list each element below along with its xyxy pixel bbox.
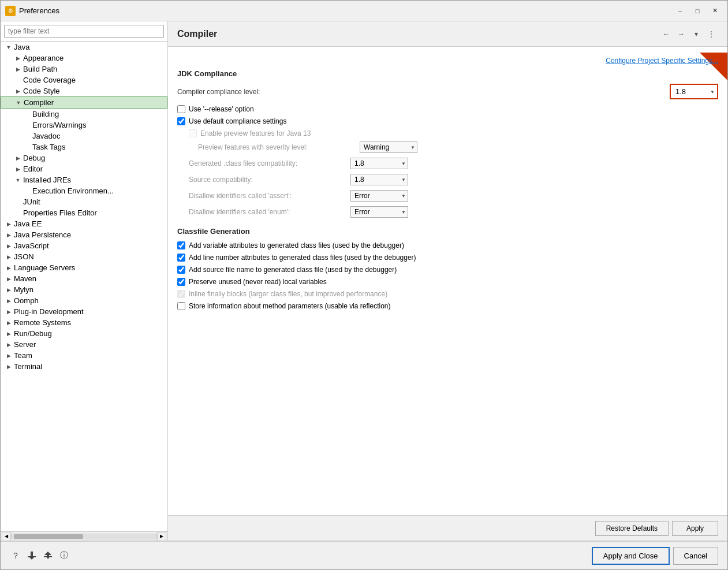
export-icon[interactable] bbox=[26, 550, 38, 561]
add-variable-checkbox[interactable] bbox=[177, 241, 185, 249]
sidebar-item-team[interactable]: Team bbox=[1, 350, 167, 361]
panel-footer: Restore Defaults Apply bbox=[168, 515, 727, 541]
left-panel: Java Appearance Build Path Code Coverage bbox=[1, 21, 168, 541]
sidebar-item-json[interactable]: JSON bbox=[1, 251, 167, 262]
sidebar-item-java[interactable]: Java bbox=[1, 42, 167, 53]
store-info-checkbox[interactable] bbox=[177, 302, 185, 310]
forward-button[interactable]: → bbox=[674, 27, 688, 41]
use-release-label: Use '--release' option bbox=[189, 105, 254, 113]
title-controls: – □ ✕ bbox=[672, 5, 723, 17]
sidebar-item-junit[interactable]: JUnit bbox=[1, 196, 167, 207]
generated-class-label: Generated .class files compatibility: bbox=[189, 159, 350, 167]
sidebar-item-javascript[interactable]: JavaScript bbox=[1, 240, 167, 251]
sidebar-item-editor[interactable]: Editor bbox=[1, 163, 167, 174]
h-scroll-track[interactable] bbox=[11, 534, 157, 539]
sidebar-item-javadoc[interactable]: Javadoc bbox=[1, 131, 167, 141]
sidebar-item-java-ee[interactable]: Java EE bbox=[1, 218, 167, 229]
more-button[interactable]: ⋮ bbox=[704, 27, 718, 41]
json-expand-arrow bbox=[5, 254, 12, 260]
back-button[interactable]: ← bbox=[659, 27, 673, 41]
sidebar-item-label: Compiler bbox=[24, 98, 54, 107]
sidebar-item-build-path[interactable]: Build Path bbox=[1, 64, 167, 74]
sidebar-item-run-debug[interactable]: Run/Debug bbox=[1, 328, 167, 339]
sidebar-item-code-style[interactable]: Code Style bbox=[1, 85, 167, 96]
editor-expand-arrow bbox=[14, 166, 21, 173]
sidebar-item-oomph[interactable]: Oomph bbox=[1, 295, 167, 306]
sidebar-item-language-servers[interactable]: Language Servers bbox=[1, 262, 167, 273]
preserve-unused-checkbox[interactable] bbox=[177, 278, 185, 286]
sidebar-item-label: Java Persistence bbox=[14, 230, 71, 239]
inline-finally-checkbox[interactable] bbox=[177, 290, 185, 298]
compliance-dropdown[interactable]: 1.8 bbox=[671, 85, 717, 98]
preview-severity-dropdown-wrap: Warning bbox=[360, 141, 417, 153]
sidebar-item-mylyn[interactable]: Mylyn bbox=[1, 284, 167, 295]
close-button[interactable]: ✕ bbox=[707, 5, 723, 17]
team-expand-arrow bbox=[5, 352, 12, 359]
restore-defaults-button[interactable]: Restore Defaults bbox=[595, 521, 669, 536]
sidebar-item-label: Editor bbox=[23, 165, 43, 173]
apply-button[interactable]: Apply bbox=[672, 521, 718, 536]
sidebar-item-installed-jres[interactable]: Installed JREs bbox=[1, 174, 167, 185]
help-icon[interactable]: ? bbox=[10, 550, 21, 561]
import-icon[interactable] bbox=[42, 550, 54, 561]
maven-expand-arrow bbox=[5, 275, 12, 282]
source-compat-dropdown[interactable]: 1.8 bbox=[350, 174, 408, 185]
use-default-checkbox[interactable] bbox=[177, 117, 185, 125]
sidebar-item-plugin-dev[interactable]: Plug-in Development bbox=[1, 306, 167, 317]
disallow-assert-dropdown[interactable]: Error bbox=[350, 190, 408, 202]
horizontal-scrollbar[interactable]: ◀ ▶ bbox=[1, 531, 167, 541]
add-source-row: Add source file name to generated class … bbox=[177, 266, 718, 274]
sidebar-item-errors-warnings[interactable]: Errors/Warnings bbox=[1, 120, 167, 131]
mylyn-expand-arrow bbox=[5, 286, 12, 293]
filter-input[interactable] bbox=[4, 25, 164, 38]
configure-link[interactable]: Configure Project Specific Settings... bbox=[606, 57, 718, 65]
sidebar-item-appearance[interactable]: Appearance bbox=[1, 53, 167, 64]
sidebar-item-task-tags[interactable]: Task Tags bbox=[1, 141, 167, 152]
sidebar-item-exec-env[interactable]: Execution Environmen... bbox=[1, 185, 167, 196]
generated-class-dropdown[interactable]: 1.8 bbox=[350, 158, 408, 169]
add-variable-row: Add variable attributes to generated cla… bbox=[177, 241, 718, 249]
preview-severity-dropdown[interactable]: Warning bbox=[360, 141, 417, 153]
sidebar-item-label: Execution Environmen... bbox=[32, 187, 114, 195]
scroll-right-btn[interactable]: ▶ bbox=[157, 532, 166, 541]
add-source-label: Add source file name to generated class … bbox=[189, 266, 397, 274]
sidebar-item-remote-systems[interactable]: Remote Systems bbox=[1, 317, 167, 328]
sidebar-item-maven[interactable]: Maven bbox=[1, 273, 167, 284]
apply-close-button[interactable]: Apply and Close bbox=[592, 547, 670, 565]
info-icon[interactable]: ⓘ bbox=[58, 550, 70, 561]
sidebar-item-label: Java bbox=[14, 43, 29, 51]
disallow-enum-dropdown[interactable]: Error bbox=[350, 206, 408, 218]
sidebar-item-java-persistence[interactable]: Java Persistence bbox=[1, 229, 167, 240]
minimize-button[interactable]: – bbox=[672, 5, 688, 17]
enable-preview-checkbox[interactable] bbox=[189, 129, 197, 137]
store-info-row: Store information about method parameter… bbox=[177, 302, 718, 310]
cancel-button[interactable]: Cancel bbox=[673, 547, 718, 565]
title-bar: ⚙ Preferences – □ ✕ bbox=[1, 1, 727, 21]
add-line-label: Add line number attributes to generated … bbox=[189, 254, 416, 262]
sidebar-item-terminal[interactable]: Terminal bbox=[1, 361, 167, 372]
use-release-checkbox[interactable] bbox=[177, 105, 185, 113]
source-compat-row: Source compatibility: 1.8 bbox=[177, 174, 718, 185]
add-source-checkbox[interactable] bbox=[177, 266, 185, 274]
sidebar-item-properties-files-editor[interactable]: Properties Files Editor bbox=[1, 207, 167, 218]
code-coverage-arrow bbox=[14, 77, 21, 84]
sidebar-item-code-coverage[interactable]: Code Coverage bbox=[1, 74, 167, 85]
installed-jres-expand-arrow bbox=[14, 177, 21, 184]
add-line-checkbox[interactable] bbox=[177, 254, 185, 262]
sidebar-item-building[interactable]: Building bbox=[1, 109, 167, 120]
scroll-left-btn[interactable]: ◀ bbox=[2, 532, 11, 541]
sidebar-item-debug[interactable]: Debug bbox=[1, 152, 167, 163]
add-variable-label: Add variable attributes to generated cla… bbox=[189, 241, 404, 249]
compiler-expand-arrow bbox=[15, 99, 22, 106]
sidebar-item-label: Server bbox=[14, 340, 36, 349]
sidebar-item-compiler[interactable]: Compiler bbox=[1, 96, 167, 109]
inline-finally-row: Inline finally blocks (larger class file… bbox=[177, 290, 718, 298]
prop-files-arrow bbox=[14, 210, 21, 217]
sidebar-item-server[interactable]: Server bbox=[1, 339, 167, 350]
svg-marker-5 bbox=[44, 552, 51, 555]
source-compat-dropdown-wrap: 1.8 bbox=[350, 174, 408, 185]
maximize-button[interactable]: □ bbox=[689, 5, 705, 17]
tree-container: Java Appearance Build Path Code Coverage bbox=[1, 42, 167, 531]
menu-button[interactable]: ▾ bbox=[689, 27, 703, 41]
server-expand-arrow bbox=[5, 341, 12, 348]
